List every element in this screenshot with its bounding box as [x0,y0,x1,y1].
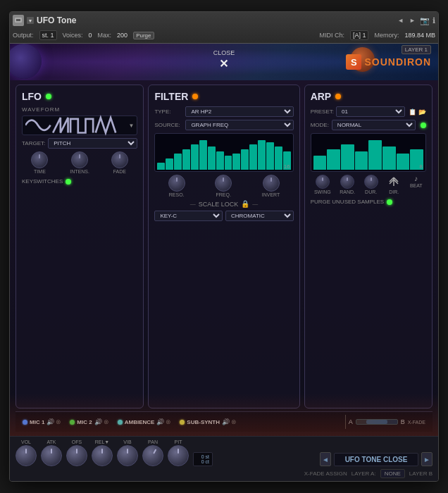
pan-label: PAN [148,439,158,444]
swing-knob[interactable] [316,175,330,189]
source-dropdown[interactable]: GRAPH FREQ [185,120,293,130]
reso-knob[interactable] [168,175,185,192]
freq-knob[interactable] [215,175,232,192]
soundiron-logo: S SOUNDIRON [346,54,431,70]
pit-knob-item: PIT [168,439,189,466]
rel-label: REL▼ [95,439,110,444]
rand-knob[interactable] [340,175,354,189]
mic2-speaker-icon[interactable]: 🔊 [94,418,102,425]
ambience-label: AMBIENCE [125,419,155,425]
keyswitches-dot[interactable] [66,179,71,185]
purge-unused-label: PURGE UNUSED SAMPLES [311,199,384,205]
arp-graph[interactable]: 8 [311,133,426,172]
fade-knob[interactable] [111,151,128,168]
intens-knob[interactable] [71,151,88,168]
filter-source-row: SOURCE: GRAPH FREQ [154,120,293,130]
mode-dropdown[interactable]: NORMAL [332,120,416,130]
dropdown-arrow-btn[interactable]: ▼ [27,17,34,24]
dur-knob[interactable] [364,175,378,189]
filter-panel: FILTER TYPE: AR HP2 SOURCE: GRAPH FREQ [148,85,299,408]
pitch-ct: 0 ct [201,459,209,464]
pitch-display: 0 st 0 ct [193,452,213,466]
preset-name-display: UFO TONE CLOSE [334,453,418,466]
nav-next-top[interactable]: ► [408,17,417,24]
rand-knob-container: RAND. [340,175,355,194]
memory-label: Memory: [374,32,399,39]
waveform-display[interactable]: ▼ [22,116,137,135]
layer-badge: LAYER 1 [402,45,431,54]
subsynth-link-icon[interactable]: ⊗ [231,418,237,425]
time-knob-container: TIME [31,151,48,174]
time-label: TIME [34,169,46,174]
intens-knob-container: INTENS. [70,151,89,174]
type-dropdown[interactable]: AR HP2 [185,106,293,117]
vib-knob[interactable] [117,445,138,466]
xfade-assign-row: X-FADE ASSIGN LAYER A: NONE LAYER B [15,469,433,478]
freq-knob-container: FREQ. [215,175,232,197]
fade-knob-container: FADE [111,151,128,174]
purge-dot[interactable] [387,199,392,205]
filter-graph[interactable]: 16 [154,133,293,172]
pit-knob[interactable] [168,445,189,466]
chromatic-dropdown[interactable]: CHROMATIC [225,211,294,221]
preset-next-arrow[interactable]: ► [421,452,433,466]
midi-value[interactable]: [A] 1 [350,30,369,40]
atk-knob[interactable] [41,445,62,466]
arp-mode-dot[interactable] [421,123,426,128]
camera-icon[interactable]: 📷 [420,16,430,25]
main-panel: LFO WAVEFORM ▼ [10,80,438,436]
arp-panel: ARP PRESET: 01 📋 📂 MODE: NORMAL [304,85,433,408]
invert-label: INVERT [262,192,280,197]
rel-knob[interactable] [92,445,113,466]
xfade-section: A B X-FADE [345,415,425,429]
mic1-link-icon[interactable]: ⊗ [56,418,61,425]
atk-label: ATK [46,439,56,444]
xfade-b-label: B [401,418,405,425]
si-text: SOUNDIRON [364,56,431,68]
rel-knob-item: REL▼ [92,439,113,466]
none-badge[interactable]: NONE [380,469,405,478]
invert-knob[interactable] [263,175,280,192]
arp-preset-row: PRESET: 01 📋 📂 [311,106,426,117]
time-knob[interactable] [31,151,48,168]
mic1-speaker-icon[interactable]: 🔊 [46,418,54,425]
scale-dropdowns: KEY-C CHROMATIC [154,211,293,221]
target-dropdown[interactable]: PITCH [48,138,137,149]
ambience-speaker-icon[interactable]: 🔊 [156,418,164,425]
waveform-dropdown-arrow[interactable]: ▼ [128,123,134,129]
invert-knob-container: INVERT [262,175,280,197]
lfo-active-dot[interactable] [46,94,51,99]
si-header: CLOSE ✕ S SOUNDIRON LAYER 1 [10,44,438,80]
mic2-link-icon[interactable]: ⊗ [104,418,109,425]
vol-knob[interactable] [15,445,37,466]
rand-label: RAND. [340,189,355,194]
key-dropdown[interactable]: KEY-C [154,211,223,221]
ambience-link-icon[interactable]: ⊗ [166,418,171,425]
keyswitches-label: KEYSWITCHES [22,178,63,185]
xfade-bar[interactable] [356,419,398,425]
purge-unused-row: PURGE UNUSED SAMPLES [311,199,426,205]
preset-prev-arrow[interactable]: ◄ [320,452,331,466]
lock-icon[interactable]: 🔒 [241,200,249,208]
filter-bar-chart [155,134,292,171]
intens-label: INTENS. [70,169,89,174]
output-value[interactable]: st. 1 [39,30,57,40]
arp-active-dot[interactable] [335,94,341,99]
nav-prev-top[interactable]: ◄ [396,17,405,24]
filter-active-dot[interactable] [192,94,198,99]
lfo-panel: LFO WAVEFORM ▼ [15,85,144,408]
arp-bar-num: 8 [420,163,423,170]
waveform-label: WAVEFORM [22,106,137,113]
ofs-knob[interactable] [66,445,87,466]
sections-row: LFO WAVEFORM ▼ [15,85,433,408]
info-icon[interactable]: ℹ [433,16,435,25]
target-label: TARGET: [22,140,45,146]
scale-lock-row: — SCALE LOCK 🔒 — [154,200,293,208]
close-button[interactable]: CLOSE ✕ [213,49,235,70]
pan-knob[interactable] [142,445,163,466]
purge-button[interactable]: Purge [133,32,154,39]
beat-label: BEAT [410,183,423,188]
subsynth-speaker-icon[interactable]: 🔊 [222,418,230,425]
arp-preset-dropdown[interactable]: 01 [336,106,405,117]
si-s-icon: S [346,54,361,70]
